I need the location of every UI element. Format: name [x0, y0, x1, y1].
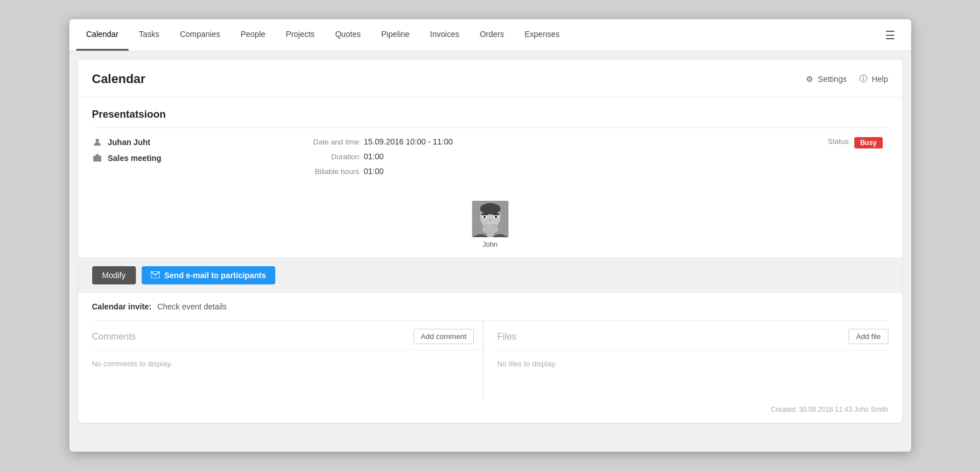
svg-rect-6 [481, 213, 488, 215]
nav-tab-quotes[interactable]: Quotes [325, 19, 371, 51]
nav-tab-projects[interactable]: Projects [276, 19, 325, 51]
comments-panel: Comments Add comment No comments to disp… [92, 321, 484, 400]
billable-label: Billable hours [308, 167, 359, 176]
status-label: Status [828, 137, 849, 146]
svg-rect-1 [96, 154, 99, 156]
nav-tab-tasks[interactable]: Tasks [129, 19, 169, 51]
participants-section: John [78, 187, 902, 258]
nav-tab-pipeline[interactable]: Pipeline [371, 19, 420, 51]
bottom-section: Comments Add comment No comments to disp… [92, 320, 888, 400]
email-label: Send e-mail to participants [164, 271, 266, 280]
gear-icon: ⚙ [804, 74, 814, 84]
settings-label: Settings [818, 75, 847, 84]
comments-header: Comments Add comment [92, 321, 483, 350]
help-button[interactable]: ⓘ Help [858, 74, 888, 84]
svg-point-10 [483, 216, 486, 218]
send-email-button[interactable]: Send e-mail to participants [142, 266, 275, 284]
files-empty: No files to display. [497, 350, 888, 377]
nav-bar: Calendar Tasks Companies People Projects… [69, 19, 911, 51]
date-row: Date and time 15.09.2016 10:00 - 11:00 [308, 137, 729, 146]
add-comment-button[interactable]: Add comment [413, 329, 474, 344]
participant-name: John [482, 241, 497, 249]
settings-button[interactable]: ⚙ Settings [804, 74, 847, 84]
nav-spacer [570, 19, 876, 51]
event-center: Date and time 15.09.2016 10:00 - 11:00 D… [286, 137, 729, 176]
hamburger-menu-icon[interactable]: ☰ [876, 19, 904, 51]
help-icon: ⓘ [858, 74, 869, 84]
event-left: Juhan Juht Sales meeting [92, 137, 286, 163]
files-title: Files [497, 332, 516, 342]
invite-link[interactable]: Check event details [157, 302, 226, 311]
invite-label: Calendar invite: [92, 302, 152, 311]
svg-point-5 [480, 203, 501, 214]
created-text: Created: 30.08.2016 11:43 John Smith [771, 406, 888, 414]
comments-title: Comments [92, 332, 136, 342]
participant-avatar [472, 201, 508, 237]
nav-tab-orders[interactable]: Orders [469, 19, 514, 51]
help-label: Help [872, 75, 888, 84]
svg-point-0 [96, 139, 99, 142]
files-panel: Files Add file No files to display. [483, 321, 888, 400]
person-row: Juhan Juht [92, 137, 286, 147]
action-bar: Modify Send e-mail to participants [78, 258, 902, 292]
nav-tab-calendar[interactable]: Calendar [76, 19, 129, 51]
nav-tab-expenses[interactable]: Expenses [514, 19, 569, 51]
duration-value: 01:00 [364, 152, 384, 161]
page-title: Calendar [92, 72, 146, 86]
event-name: Presentatsioon [92, 109, 888, 128]
category-name: Sales meeting [108, 154, 162, 163]
category-row: Sales meeting [92, 153, 286, 163]
person-icon [92, 137, 102, 147]
comments-empty: No comments to display. [92, 350, 483, 377]
duration-label: Duration [308, 152, 359, 161]
person-name: Juhan Juht [108, 138, 151, 147]
billable-value: 01:00 [364, 167, 384, 176]
svg-rect-13 [487, 230, 494, 237]
nav-tab-people[interactable]: People [230, 19, 276, 51]
nav-tab-companies[interactable]: Companies [169, 19, 230, 51]
billable-row: Billable hours 01:00 [308, 167, 729, 176]
invite-text: Calendar invite: Check event details [92, 302, 227, 311]
event-meta: Juhan Juht Sales meeting [92, 137, 888, 176]
date-label: Date and time [308, 138, 359, 146]
nav-tab-invoices[interactable]: Invoices [420, 19, 469, 51]
files-header: Files Add file [497, 321, 888, 350]
briefcase-icon [92, 153, 102, 163]
page-header: Calendar ⚙ Settings ⓘ Help [78, 60, 902, 97]
header-actions: ⚙ Settings ⓘ Help [804, 74, 888, 84]
event-section: Presentatsioon Juhan Juht [78, 97, 902, 187]
invite-section: Calendar invite: Check event details [78, 292, 902, 320]
status-badge: Busy [854, 137, 882, 148]
svg-rect-2 [93, 156, 101, 162]
page-footer: Created: 30.08.2016 11:43 John Smith [78, 400, 902, 423]
modify-button[interactable]: Modify [92, 266, 136, 284]
page-content: Calendar ⚙ Settings ⓘ Help Presentatsioo… [78, 60, 902, 423]
event-right: Status Busy [729, 137, 888, 148]
email-icon [151, 271, 160, 280]
participant: John [92, 201, 888, 249]
date-value: 15.09.2016 10:00 - 11:00 [364, 137, 453, 146]
add-file-button[interactable]: Add file [849, 329, 888, 344]
svg-point-11 [495, 216, 497, 218]
app-window: Calendar Tasks Companies People Projects… [69, 19, 911, 452]
svg-rect-7 [493, 213, 499, 215]
duration-row: Duration 01:00 [308, 152, 729, 161]
